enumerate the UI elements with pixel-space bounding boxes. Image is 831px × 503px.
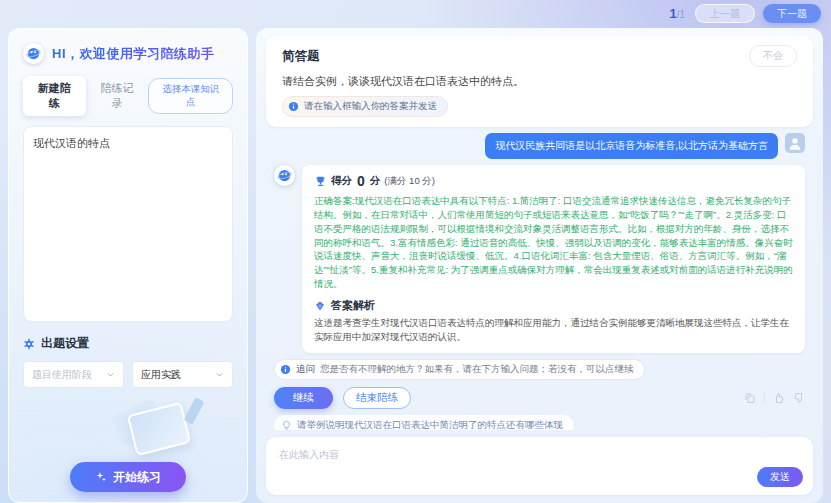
prev-question-button[interactable]: 上一题: [695, 4, 755, 23]
tab-new-session[interactable]: 新建陪练: [23, 76, 86, 116]
question-text: 请结合实例，谈谈现代汉语在口语表达中的特点。: [282, 74, 797, 89]
divider: [764, 393, 765, 403]
answer-hint-pill: 请在输入框输入你的答案并发送: [282, 96, 448, 117]
main-panel: 简答题 不会 请结合实例，谈谈现代汉语在口语表达中的特点。 请在输入框输入你的答…: [256, 28, 823, 503]
correct-answer-text: 正确答案:现代汉语在口语表达中具有以下特点: 1.简洁明了: 口语交流通常追求快…: [314, 194, 793, 291]
chevron-down-icon: [215, 370, 224, 379]
end-practice-button[interactable]: 结束陪练: [343, 387, 411, 409]
composer: 发送: [266, 437, 813, 495]
followup-tip-text: 您是否有不理解的地方？如果有，请在下方输入问题；若没有，可以点继续: [320, 363, 634, 376]
followup-tip-row: 追问 您是否有不理解的地方？如果有，请在下方输入问题；若没有，可以点继续: [274, 359, 645, 380]
chat-area: 现代汉民族共同语是以北京语音为标准音,以北方话为基础方言: [266, 127, 813, 430]
sparkle-icon: [95, 471, 107, 483]
dont-know-button[interactable]: 不会: [749, 45, 797, 67]
send-button[interactable]: 发送: [757, 467, 803, 487]
question-settings-header: 出题设置: [23, 335, 233, 352]
sidebar: HI，欢迎使用学习陪练助手 新建陪练 陪练记录 选择本课知识点 现代汉语的特点: [8, 28, 248, 503]
assistant-answer-card: 得分 0 分 (满分 10 分) 正确答案:现代汉语在口语表达中具有以下特点: …: [302, 165, 805, 353]
question-settings-title: 出题设置: [41, 335, 89, 352]
stage-select-value: 题目使用阶段: [32, 368, 106, 382]
thumbs-down-icon[interactable]: [793, 392, 805, 404]
thumbs-up-icon[interactable]: [773, 392, 785, 404]
page-total: 1: [679, 9, 685, 20]
user-message-row: 现代汉民族共同语是以北京语音为标准音,以北方话为基础方言: [274, 133, 805, 159]
feedback-icons: [744, 392, 805, 404]
answer-hint-text: 请在输入框输入你的答案并发送: [304, 100, 437, 113]
info-icon: [288, 101, 299, 112]
question-card: 简答题 不会 请结合实例，谈谈现代汉语在口语表达中的特点。 请在输入框输入你的答…: [266, 36, 813, 127]
settings-selects: 题目使用阶段 应用实践: [23, 361, 233, 388]
assistant-message-row: 得分 0 分 (满分 10 分) 正确答案:现代汉语在口语表达中具有以下特点: …: [274, 165, 805, 353]
topic-input[interactable]: 现代汉语的特点: [23, 126, 233, 322]
decorative-illustration: [23, 388, 233, 458]
score-row: 得分 0 分 (满分 10 分): [314, 173, 793, 189]
score-value: 0: [357, 173, 365, 189]
tab-session-history[interactable]: 陪练记录: [86, 76, 149, 116]
user-message-bubble: 现代汉民族共同语是以北京语音为标准音,以北方话为基础方言: [485, 133, 778, 159]
copy-icon[interactable]: [744, 392, 756, 404]
action-row: 继续 结束陪练: [274, 387, 805, 409]
sidebar-header: HI，欢迎使用学习陪练助手: [23, 43, 233, 64]
question-pager: 1/1: [669, 6, 685, 21]
suggestion-row: 请举例说明现代汉语在口语表达中简洁明了的特点还有哪些体现: [274, 415, 574, 430]
topbar: 1/1 上一题 下一题: [0, 0, 821, 27]
gear-icon: [23, 338, 35, 350]
info-icon: [280, 364, 291, 375]
suggested-question-text: 请举例说明现代汉语在口语表达中简洁明了的特点还有哪些体现: [297, 419, 563, 430]
stage-select[interactable]: 题目使用阶段: [23, 361, 124, 388]
analysis-text: 这道题考查学生对现代汉语口语表达特点的理解和应用能力，通过结合实例能够更清晰地展…: [314, 316, 793, 344]
score-unit: 分: [370, 174, 381, 188]
score-total: (满分 10 分): [384, 175, 435, 188]
score-label: 得分: [331, 174, 352, 188]
decorative-pencil-shape: [183, 397, 204, 425]
question-type-label: 简答题: [282, 48, 320, 65]
select-knowledge-button[interactable]: 选择本课知识点: [148, 78, 233, 114]
analysis-title: 答案解析: [331, 298, 375, 313]
trophy-icon: [314, 175, 327, 188]
greeting-title: HI，欢迎使用学习陪练助手: [52, 45, 215, 63]
app-root: 1/1 上一题 下一题 HI，欢迎使用学习陪练助手 新建陪练 陪练记录 选择本课…: [0, 0, 831, 503]
start-practice-label: 开始练习: [113, 469, 161, 486]
start-practice-button[interactable]: 开始练习: [70, 462, 186, 492]
mode-select-value: 应用实践: [141, 368, 215, 382]
continue-button[interactable]: 继续: [274, 387, 333, 409]
lightbulb-icon: [281, 420, 292, 430]
suggested-question[interactable]: 请举例说明现代汉语在口语表达中简洁明了的特点还有哪些体现: [274, 415, 574, 430]
followup-tip-prefix: 追问: [296, 363, 315, 376]
user-avatar: [785, 133, 805, 153]
gem-icon: [314, 300, 326, 312]
assistant-logo-icon: [23, 43, 44, 64]
assistant-avatar: [274, 165, 295, 186]
followup-tip-pill: 追问 您是否有不理解的地方？如果有，请在下方输入问题；若没有，可以点继续: [274, 359, 645, 380]
analysis-header: 答案解析: [314, 298, 793, 313]
page-current: 1: [669, 6, 676, 21]
chevron-down-icon: [106, 370, 115, 379]
next-question-button[interactable]: 下一题: [763, 4, 821, 23]
mode-select[interactable]: 应用实践: [132, 361, 233, 388]
sidebar-tabs: 新建陪练 陪练记录 选择本课知识点: [23, 76, 233, 116]
question-card-header: 简答题 不会: [282, 45, 797, 67]
message-input[interactable]: [277, 446, 785, 478]
